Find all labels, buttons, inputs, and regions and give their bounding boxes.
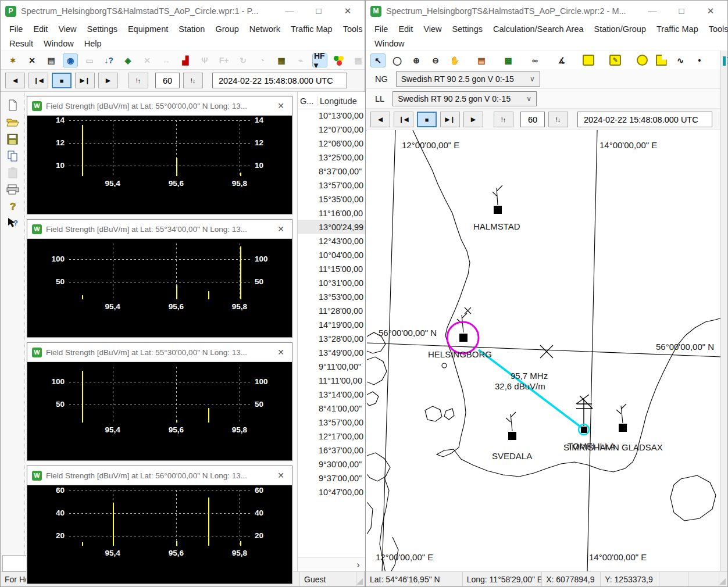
skip-start-button[interactable]: ❙◀ (28, 73, 48, 88)
longitude-row[interactable]: 10°04'00,00 (298, 248, 366, 262)
longitude-row[interactable]: 8°37'00,00" (298, 164, 366, 178)
menu-item-help[interactable]: Help (79, 38, 107, 49)
menu-item-file[interactable]: File (369, 23, 393, 35)
stop-button[interactable]: ■ (52, 73, 72, 88)
longitude-row[interactable]: 13°14'00,00 (298, 388, 366, 402)
find-station-icon[interactable]: ∞ (527, 53, 543, 67)
monitor-eye-icon[interactable]: ◉ (63, 53, 78, 67)
longitude-row[interactable]: 16°37'00,00 (298, 443, 366, 457)
copy-icon[interactable] (6, 149, 20, 162)
zoom-out-icon[interactable]: ⊖ (428, 53, 443, 67)
longitude-row[interactable]: 13°49'00,00 (298, 346, 366, 360)
menu-item-equipment[interactable]: Equipment (123, 23, 173, 35)
menu-item-tools[interactable]: Tools (338, 23, 368, 35)
longitude-row[interactable]: 10°47'00,00 (298, 485, 366, 499)
longitude-row[interactable]: 11°15'00,00 (298, 262, 366, 276)
play-button[interactable]: ▶ (463, 112, 483, 127)
interval-field[interactable]: 60 (520, 112, 545, 127)
resize-grip-icon[interactable] (719, 578, 726, 585)
menu-item-network[interactable]: Network (244, 23, 286, 35)
longitude-row[interactable]: 12°17'00,00 (298, 429, 366, 443)
longitude-row[interactable]: 9°11'00,00" (298, 360, 366, 374)
skip-start-button[interactable]: ❙◀ (394, 112, 413, 127)
hf-mode-button[interactable]: HF ▾ (312, 53, 327, 67)
help-icon[interactable]: ? (6, 200, 20, 213)
network-station-icon[interactable]: ◈ (120, 53, 135, 67)
longitude-row[interactable]: 13°28'00,00 (298, 332, 366, 346)
longitude-row[interactable]: 14°19'00,00 (298, 318, 366, 332)
close-icon[interactable]: ✕ (274, 224, 287, 234)
interval-field[interactable]: 60 (155, 73, 180, 88)
station-halmstad[interactable] (494, 206, 502, 214)
raise-interval-button[interactable]: !↑ (129, 73, 148, 88)
map-settings-icon[interactable]: ▩ (501, 53, 516, 67)
spectrum-icon[interactable]: ▟ (178, 53, 193, 67)
menu-item-result[interactable]: Result (4, 38, 38, 49)
longitude-row[interactable]: 11°16'00,00 (298, 206, 366, 220)
resize-grip-icon[interactable] (356, 578, 363, 585)
horizontal-scrollbar[interactable]: › (298, 557, 366, 571)
longitude-row[interactable]: 13°57'00,00 (298, 178, 366, 192)
longitude-row[interactable]: 10°31'00,00 (298, 276, 366, 290)
open-folder-icon[interactable] (6, 116, 20, 128)
longitude-row[interactable]: 11°11'00,00 (298, 374, 366, 388)
longitude-row[interactable]: 12°07'00,00 (298, 123, 366, 137)
menu-item-station[interactable]: Station (173, 23, 210, 35)
skip-end-button[interactable]: ▶❙ (75, 73, 95, 88)
close-icon[interactable]: ✕ (274, 471, 287, 480)
save-icon[interactable] (6, 133, 20, 145)
station-helsingborg[interactable] (459, 334, 468, 342)
zoom-in-icon[interactable]: ⊕ (409, 53, 424, 67)
menu-item-window[interactable]: Window (38, 38, 79, 49)
maximize-button[interactable]: □ (306, 1, 331, 22)
menu-item-station-group[interactable]: Station/Group (589, 23, 651, 35)
stop-button[interactable]: ■ (417, 112, 437, 127)
step-back-button[interactable]: ◀ (370, 112, 390, 127)
datetime-field[interactable]: 2024-02-22 15:48:08.000 UTC (577, 112, 712, 127)
ng-projection-select[interactable]: Swedish RT 90 2.5 gon V 0:-15 ∨ (396, 71, 540, 87)
column-header-longitude[interactable]: Longitude (317, 96, 357, 106)
longitude-row[interactable]: 9°30'00,00" (298, 457, 366, 471)
longitude-row[interactable]: 15°35'00,00 (298, 192, 366, 206)
menu-item-file[interactable]: File (4, 23, 28, 35)
polyline-icon[interactable]: ∿ (673, 53, 688, 67)
longitude-row[interactable]: 12°06'00,00 (298, 137, 366, 151)
menu-item-tools[interactable]: Tools (704, 23, 728, 35)
context-help-icon[interactable]: ? (6, 217, 20, 230)
wizard-icon[interactable]: ✶ (5, 53, 20, 67)
close-icon[interactable]: ✕ (274, 101, 287, 110)
maximize-button[interactable]: □ (669, 1, 694, 22)
close-button[interactable]: ✕ (698, 1, 723, 22)
longitude-row[interactable]: 9°37'00,00" (298, 471, 366, 485)
new-file-icon[interactable] (6, 99, 20, 112)
menu-item-settings[interactable]: Settings (82, 23, 123, 35)
longitude-row[interactable]: 12°43'00,00 (298, 234, 366, 248)
edit-area-icon[interactable]: ✎ (608, 53, 623, 67)
search-area-rect-icon[interactable] (581, 53, 596, 67)
circle-area-icon[interactable] (634, 53, 650, 67)
minimize-button[interactable]: — (640, 1, 665, 22)
longitude-row[interactable]: 13°53'00,00 (298, 290, 366, 304)
sort-results-icon[interactable]: ↓? (101, 53, 116, 67)
column-header-g[interactable]: G... (298, 96, 317, 106)
skip-end-button[interactable]: ▶❙ (440, 112, 460, 127)
properties-icon[interactable]: ▤ (44, 53, 59, 67)
longitude-row[interactable]: 13°25'00,00 (298, 151, 366, 164)
menu-item-traffic-map[interactable]: Traffic Map (286, 23, 338, 35)
menu-item-view[interactable]: View (418, 23, 447, 35)
zoom-window-icon[interactable]: ◯ (390, 53, 405, 67)
close-button[interactable]: ✕ (336, 1, 360, 22)
status-balls-icon[interactable] (331, 53, 347, 67)
step-back-button[interactable]: ◀ (5, 73, 25, 88)
minimize-button[interactable]: — (277, 1, 302, 22)
menu-item-edit[interactable]: Edit (28, 23, 53, 35)
station-tomelilla[interactable] (581, 427, 587, 433)
menu-item-view[interactable]: View (53, 23, 81, 35)
longitude-row[interactable]: 13°00'24,99 (298, 220, 366, 234)
select-arrow-icon[interactable]: ↖ (370, 53, 386, 67)
longitude-row[interactable]: 11°28'00,00 (298, 304, 366, 318)
point-icon[interactable]: • (692, 53, 707, 67)
station-svedala[interactable] (508, 432, 516, 440)
raise-interval-button[interactable]: !↑ (494, 112, 513, 127)
play-button[interactable]: ▶ (98, 73, 118, 88)
